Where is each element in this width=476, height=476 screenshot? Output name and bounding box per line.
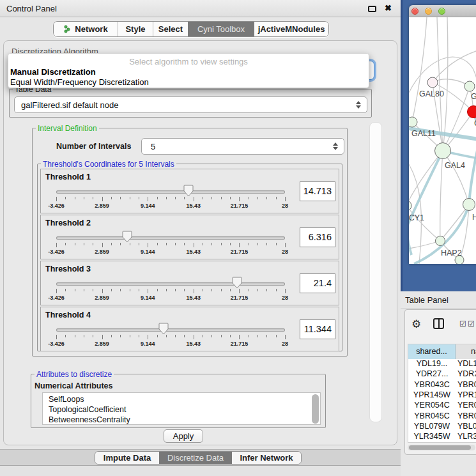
minor-tick bbox=[184, 335, 185, 337]
number-of-intervals-value: 5 bbox=[151, 139, 155, 155]
minor-tick bbox=[75, 335, 75, 337]
threshold-value-field[interactable]: 6.316 bbox=[300, 227, 335, 247]
threshold-panel: Threshold 2-3.4262.8599.14415.4321.71528… bbox=[40, 215, 339, 259]
minor-tick bbox=[84, 243, 84, 245]
minor-tick bbox=[157, 243, 158, 245]
table-row[interactable]: YDL19...YDL1 bbox=[408, 359, 476, 369]
menu-item-manual-discretization[interactable]: Manual Discretization bbox=[10, 67, 96, 77]
checkbox-icon[interactable]: ☑ bbox=[459, 319, 466, 328]
column-header-name[interactable]: na bbox=[456, 344, 476, 359]
number-of-intervals-combobox[interactable]: 5 bbox=[141, 138, 344, 155]
minor-tick bbox=[257, 335, 258, 337]
number-of-intervals-label: Number of Intervals bbox=[56, 142, 131, 151]
minor-tick bbox=[249, 289, 249, 291]
threshold-value-field[interactable]: 11.344 bbox=[300, 319, 335, 339]
top-tabbar: Network Style Select Cyni Toolbox jActiv… bbox=[53, 21, 329, 37]
minor-tick bbox=[211, 289, 212, 291]
network-edge[interactable] bbox=[473, 68, 476, 82]
zoom-traffic-light[interactable] bbox=[438, 8, 445, 15]
menu-item-equal-width-frequency[interactable]: Equal Width/Frequency Discretization bbox=[10, 77, 149, 87]
threshold-value-field[interactable]: 14.713 bbox=[300, 181, 335, 201]
tab-cyni-toolbox[interactable]: Cyni Toolbox bbox=[188, 22, 254, 36]
tab-style[interactable]: Style bbox=[118, 22, 153, 36]
slider-track[interactable] bbox=[56, 282, 285, 286]
table-hscrollbar[interactable] bbox=[408, 445, 475, 450]
checkbox-icon[interactable]: ☑ bbox=[468, 319, 475, 328]
table-row[interactable]: YIL053CYIL0 bbox=[408, 442, 476, 443]
minor-tick bbox=[221, 197, 222, 199]
minor-tick bbox=[130, 289, 130, 291]
close-icon[interactable]: ✖ bbox=[385, 3, 392, 13]
minor-tick bbox=[139, 243, 139, 245]
table-hscrollbar-thumb[interactable] bbox=[409, 445, 471, 450]
control-panel-title: Control Panel bbox=[6, 4, 57, 13]
table-data-combobox[interactable]: galFiltered.sif default node bbox=[14, 96, 367, 113]
table-row[interactable]: YLR345WYLR3 bbox=[408, 432, 476, 442]
network-edge[interactable] bbox=[443, 17, 448, 151]
slider-track[interactable] bbox=[56, 328, 285, 332]
attributes-list-scrollbar-thumb[interactable] bbox=[312, 394, 319, 424]
minor-tick bbox=[111, 197, 112, 199]
network-window-titlebar[interactable] bbox=[409, 5, 476, 17]
network-edge[interactable] bbox=[443, 151, 469, 204]
tick-label: -3.426 bbox=[48, 295, 65, 301]
table-row[interactable]: YDR27...YDR2 bbox=[408, 369, 476, 380]
attribute-list-item[interactable]: BetweennessCentrality bbox=[49, 415, 130, 425]
minimize-traffic-light[interactable] bbox=[425, 8, 432, 15]
tab-infer-network[interactable]: Infer Network bbox=[232, 452, 301, 464]
slider-thumb[interactable] bbox=[183, 185, 194, 197]
network-node[interactable] bbox=[409, 117, 417, 127]
network-node[interactable] bbox=[409, 201, 411, 211]
cell-name: YIL0 bbox=[457, 442, 474, 443]
network-edge[interactable] bbox=[440, 204, 469, 241]
tab-impute-data[interactable]: Impute Data bbox=[95, 452, 159, 464]
slider-thumb[interactable] bbox=[158, 323, 169, 335]
table-row[interactable]: YBL079WYBL0 bbox=[408, 422, 476, 432]
network-node[interactable] bbox=[436, 236, 445, 246]
network-node[interactable] bbox=[464, 81, 475, 91]
tick-label: 2.859 bbox=[95, 341, 109, 347]
apply-button[interactable]: Apply bbox=[164, 429, 203, 443]
content-scrollbar[interactable] bbox=[369, 122, 382, 422]
minor-tick bbox=[65, 197, 66, 199]
network-edge[interactable] bbox=[412, 17, 427, 122]
close-traffic-light[interactable] bbox=[411, 8, 418, 15]
tab-jactivemnodules[interactable]: jActiveMNodules bbox=[254, 22, 328, 36]
slider-track[interactable] bbox=[56, 190, 285, 194]
threshold-value-field[interactable]: 21.4 bbox=[300, 273, 335, 293]
table-row[interactable]: YER054CYER0 bbox=[408, 401, 476, 411]
gear-icon[interactable]: ⚙ bbox=[411, 318, 421, 330]
minor-tick bbox=[84, 197, 84, 199]
slider-thumb[interactable] bbox=[122, 231, 132, 243]
minor-tick bbox=[139, 289, 139, 291]
network-node[interactable] bbox=[463, 199, 475, 211]
table-row[interactable]: YPR145WYPR1 bbox=[408, 390, 476, 401]
tab-network[interactable]: Network bbox=[54, 22, 118, 36]
columns-icon[interactable] bbox=[433, 318, 444, 329]
network-canvas[interactable]: GAL80GACGAL11GAL4GCY1HHAP2 bbox=[409, 17, 476, 264]
network-edge-thick[interactable] bbox=[409, 228, 411, 255]
tab-select[interactable]: Select bbox=[153, 22, 188, 36]
network-node-label: H bbox=[472, 213, 476, 222]
column-header-shared[interactable]: shared... bbox=[408, 344, 456, 359]
table-row[interactable]: YBR043CYBR0 bbox=[408, 380, 476, 390]
table-row[interactable]: YBR045CYBR0 bbox=[408, 411, 476, 422]
numerical-attributes-list[interactable]: SelfLoopsTopologicalCoefficientBetweenne… bbox=[42, 392, 321, 425]
float-window-icon[interactable] bbox=[368, 6, 376, 12]
network-edge[interactable] bbox=[440, 151, 443, 241]
network-node[interactable] bbox=[427, 77, 438, 88]
minor-tick bbox=[111, 335, 112, 337]
slider-thumb[interactable] bbox=[232, 277, 242, 289]
network-node[interactable] bbox=[455, 256, 464, 264]
cell-shared-name: YDR27... bbox=[408, 369, 456, 378]
network-node[interactable] bbox=[435, 143, 451, 159]
attribute-list-item[interactable]: SelfLoops bbox=[49, 395, 84, 405]
major-tick bbox=[56, 289, 57, 293]
attribute-list-item[interactable]: TopologicalCoefficient bbox=[49, 405, 126, 415]
tick-label: 15.43 bbox=[187, 249, 201, 255]
tick-label: 21.715 bbox=[231, 249, 249, 255]
slider-track[interactable] bbox=[56, 236, 285, 240]
tab-discretize-data[interactable]: Discretize Data bbox=[159, 452, 232, 464]
cell-shared-name: YBR043C bbox=[408, 380, 456, 389]
network-node-label: GCY1 bbox=[409, 213, 424, 222]
